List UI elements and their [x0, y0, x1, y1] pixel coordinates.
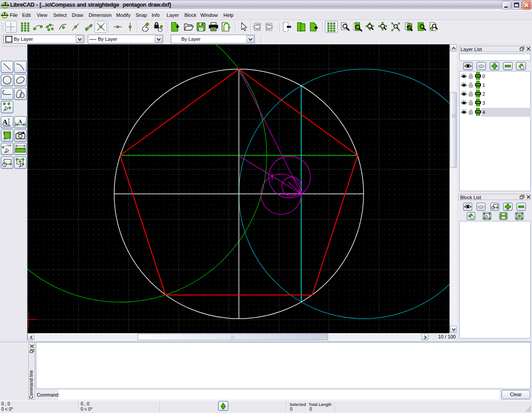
svg-text:A: A: [2, 118, 8, 126]
svg-text:A: A: [18, 118, 22, 125]
